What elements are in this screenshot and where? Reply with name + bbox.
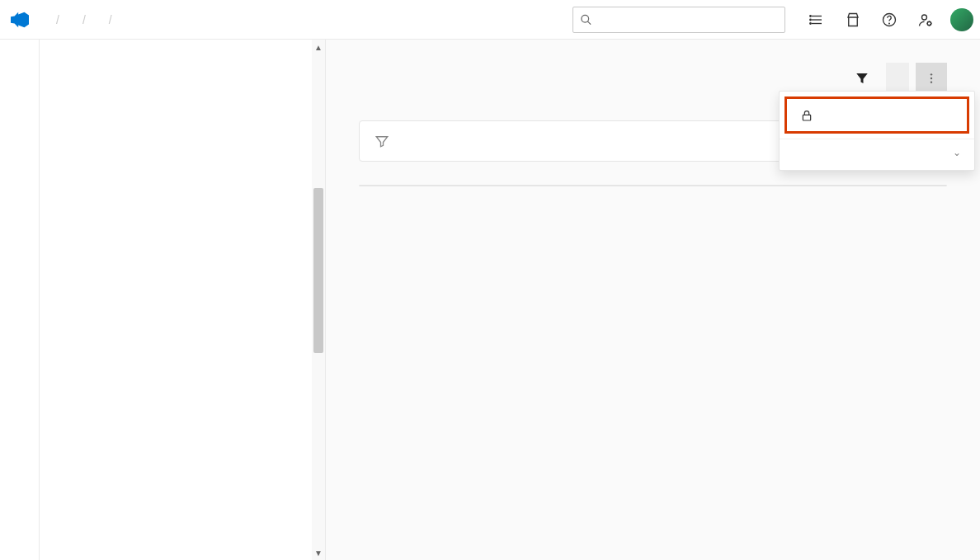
left-rail [0,40,40,560]
help-icon[interactable] [871,0,907,40]
svg-point-14 [931,81,932,82]
main-content: ⌄ [326,40,980,560]
svg-line-1 [587,21,591,24]
connections-list [359,185,947,186]
more-vertical-icon [925,72,938,85]
marketplace-icon[interactable] [835,0,871,40]
search-input[interactable] [592,12,778,27]
chevron-down-icon: ⌄ [953,147,961,158]
search-icon [580,13,592,26]
work-items-icon[interactable] [799,0,835,40]
lock-icon [800,109,813,122]
sidebar-scrollbar[interactable]: ▲ ▼ [312,40,325,560]
svg-point-13 [931,78,932,79]
svg-rect-15 [803,115,810,120]
more-actions-menu: ⌄ [779,91,975,171]
svg-point-12 [931,73,932,75]
scroll-up-icon[interactable]: ▲ [312,40,325,54]
new-service-connection-button[interactable] [886,63,909,94]
user-settings-icon[interactable] [907,0,944,40]
scroll-down-icon[interactable]: ▼ [312,545,325,560]
svg-point-0 [582,15,589,22]
breadcrumb: / / / [45,13,124,26]
search-box[interactable] [572,7,785,33]
svg-point-7 [810,22,812,24]
more-actions-button[interactable] [916,63,947,94]
created-by-row[interactable]: ⌄ [780,139,974,165]
settings-sidebar: ▲ ▼ [40,40,326,560]
menu-item-security[interactable] [784,96,969,134]
filter-funnel-icon[interactable] [855,71,869,86]
azure-devops-logo[interactable] [0,11,40,29]
scrollbar-thumb[interactable] [313,188,323,353]
avatar[interactable] [950,8,973,31]
svg-point-10 [922,15,927,20]
filter-icon [375,134,389,148]
top-bar: / / / [0,0,980,40]
svg-point-5 [810,15,812,16]
svg-point-6 [810,19,812,21]
svg-point-9 [889,23,890,24]
